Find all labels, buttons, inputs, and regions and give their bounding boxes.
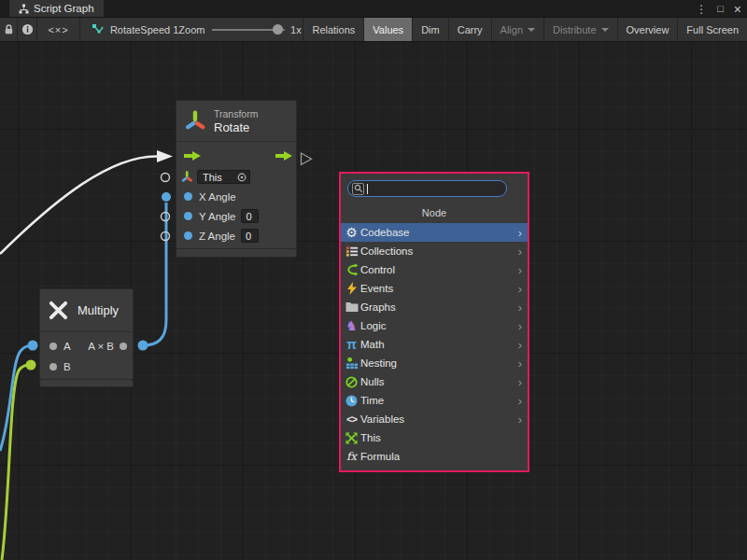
multiply-b-row[interactable]: B — [40, 357, 133, 376]
finder-item-math[interactable]: π Math › — [341, 335, 528, 354]
value-wire-blue[interactable] — [143, 203, 166, 345]
multiply-node[interactable]: Multiply A A × B B — [39, 288, 134, 380]
window-maximize-icon[interactable]: □ — [717, 4, 724, 14]
lock-button[interactable] — [0, 18, 18, 41]
multiply-a-endpoint[interactable] — [28, 341, 38, 351]
y-angle-port[interactable] — [184, 212, 192, 220]
graph-breadcrumb[interactable]: RotateSpeed 1 — [80, 18, 178, 41]
flow-in-arrow-icon[interactable] — [184, 151, 201, 161]
chevron-right-icon: › — [518, 339, 522, 351]
finder-item-nesting[interactable]: Nesting › — [341, 354, 528, 372]
carry-button[interactable]: Carry — [449, 18, 492, 41]
value-wire-blue-a[interactable] — [0, 345, 33, 451]
object-picker-icon[interactable] — [237, 173, 247, 182]
zoom-slider-knob[interactable] — [273, 24, 283, 35]
fullscreen-button[interactable]: Full Screen — [678, 18, 747, 41]
z-angle-input[interactable]: 0 — [241, 229, 259, 243]
chevron-right-icon: › — [518, 395, 522, 407]
chevron-down-icon — [528, 28, 535, 32]
x-angle-wire-endpoint[interactable] — [162, 192, 171, 202]
finder-item-this[interactable]: This — [341, 428, 528, 447]
overview-button[interactable]: Overview — [618, 18, 679, 41]
relations-button[interactable]: Relations — [303, 18, 364, 41]
y-angle-label: Y Angle — [199, 211, 235, 222]
dim-button[interactable]: Dim — [413, 18, 449, 41]
align-button[interactable]: Align — [492, 18, 544, 41]
chevron-right-icon: › — [518, 320, 522, 332]
rotate-node[interactable]: Transform Rotate This — [176, 100, 297, 249]
zoom-slider[interactable] — [212, 29, 285, 31]
fuzzy-finder-popup: Node ⚙ Codebase › Colle — [339, 172, 529, 472]
this-outer-port[interactable] — [162, 174, 170, 182]
rotate-node-footer — [176, 248, 297, 258]
finder-item-logic[interactable]: ♞ Logic › — [341, 316, 528, 335]
nesting-icon — [344, 357, 359, 371]
chevron-right-icon: › — [518, 245, 522, 258]
graph-tab-icon — [19, 4, 29, 14]
search-input[interactable] — [347, 180, 507, 197]
chevron-right-icon: › — [518, 413, 522, 426]
finder-item-control[interactable]: Control › — [341, 260, 528, 279]
values-button[interactable]: Values — [364, 18, 413, 41]
text-cursor — [367, 184, 368, 194]
title-bar: Script Graph ⋮ □ × — [0, 0, 747, 18]
chevron-right-icon: › — [518, 227, 522, 239]
a-port[interactable] — [49, 343, 57, 350]
chevron-right-icon: › — [518, 301, 522, 314]
zoom-value: 1x — [289, 18, 303, 41]
multiply-icon — [48, 300, 69, 321]
collections-icon — [344, 245, 359, 259]
result-port[interactable] — [120, 343, 127, 350]
value-wire-green-b[interactable] — [2, 365, 31, 560]
formula-icon: fx — [344, 450, 359, 464]
flow-out-arrow-icon[interactable] — [275, 151, 292, 161]
multiply-a-row[interactable]: A A × B — [40, 336, 133, 357]
graph-name: RotateSpeed 1 — [110, 24, 178, 35]
finder-item-time[interactable]: Time › — [341, 391, 528, 410]
y-angle-outer-port[interactable] — [162, 213, 170, 221]
search-icon — [352, 183, 364, 195]
distribute-button[interactable]: Distribute — [544, 18, 617, 41]
finder-item-variables[interactable]: <> Variables › — [341, 410, 528, 428]
events-icon — [344, 282, 359, 296]
chevron-right-icon: › — [518, 376, 522, 388]
transform-icon — [184, 109, 207, 133]
b-port[interactable] — [49, 363, 57, 371]
z-angle-label: Z Angle — [199, 231, 235, 242]
multiply-b-endpoint[interactable] — [26, 360, 36, 371]
flow-out-triangle-icon[interactable] — [302, 153, 312, 165]
z-angle-outer-port[interactable] — [162, 232, 170, 241]
distribute-label: Distribute — [553, 24, 596, 35]
this-icon — [344, 431, 359, 445]
graph-canvas[interactable]: Transform Rotate This — [0, 42, 747, 560]
flow-wire[interactable] — [0, 156, 157, 254]
code-view-button[interactable]: <×> — [37, 18, 80, 41]
tab-script-graph[interactable]: Script Graph — [9, 0, 104, 17]
this-object-field[interactable]: This — [197, 170, 250, 184]
align-label: Align — [500, 24, 523, 35]
finder-item-codebase[interactable]: ⚙ Codebase › — [341, 223, 528, 242]
info-button[interactable] — [18, 18, 37, 41]
multiply-node-title: Multiply — [78, 303, 119, 318]
this-port-row[interactable]: This — [176, 167, 296, 187]
finder-list: ⚙ Codebase › Collections › — [341, 223, 528, 466]
info-icon — [21, 23, 34, 35]
finder-item-graphs[interactable]: Graphs › — [341, 298, 528, 316]
window-menu-icon[interactable]: ⋮ — [696, 4, 707, 15]
flow-row — [176, 145, 296, 167]
x-angle-port-row[interactable]: X Angle — [176, 187, 296, 206]
z-angle-port-row[interactable]: Z Angle 0 — [176, 226, 296, 245]
zoom-label: Zoom — [178, 24, 204, 35]
finder-item-formula[interactable]: fx Formula — [341, 447, 528, 466]
knight-icon: ♞ — [344, 319, 359, 333]
window-close-icon[interactable]: × — [734, 3, 741, 16]
x-angle-label: X Angle — [199, 191, 236, 203]
finder-item-collections[interactable]: Collections › — [341, 242, 528, 260]
y-angle-port-row[interactable]: Y Angle 0 — [176, 206, 296, 226]
finder-item-events[interactable]: Events › — [341, 279, 528, 298]
finder-item-nulls[interactable]: Nulls › — [341, 372, 528, 391]
z-angle-port[interactable] — [184, 231, 192, 240]
y-angle-input[interactable]: 0 — [241, 209, 259, 223]
multiply-output-endpoint[interactable] — [138, 341, 148, 351]
x-angle-port[interactable] — [184, 192, 192, 201]
